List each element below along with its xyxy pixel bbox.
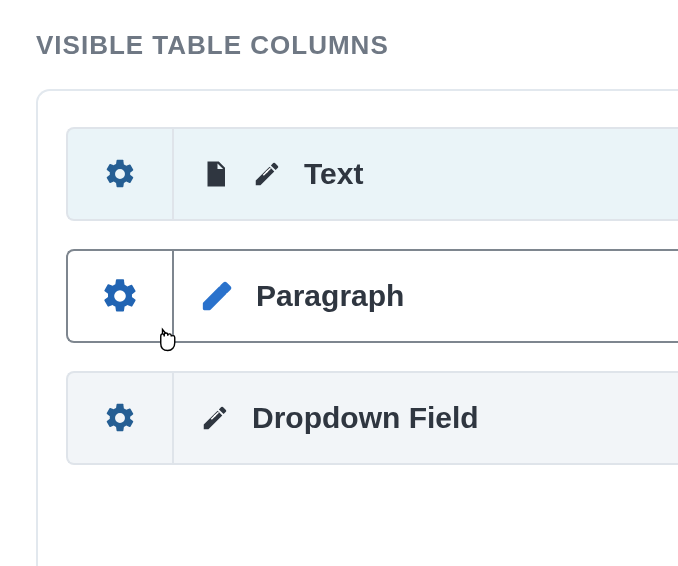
- columns-panel: Text Paragraph: [36, 89, 678, 566]
- settings-button[interactable]: [66, 127, 172, 221]
- column-content[interactable]: Dropdown Field: [172, 371, 678, 465]
- settings-button[interactable]: [66, 371, 172, 465]
- column-row-text[interactable]: Text: [66, 127, 678, 221]
- column-label: Text: [304, 157, 363, 191]
- column-content[interactable]: Paragraph: [172, 249, 678, 343]
- section-title: VISIBLE TABLE COLUMNS: [0, 0, 678, 61]
- pencil-icon: [200, 403, 230, 433]
- column-label: Paragraph: [256, 279, 404, 313]
- pencil-icon: [200, 279, 234, 313]
- column-content[interactable]: Text: [172, 127, 678, 221]
- column-row-paragraph[interactable]: Paragraph: [66, 249, 678, 343]
- column-label: Dropdown Field: [252, 401, 479, 435]
- gear-icon: [100, 276, 140, 316]
- column-row-dropdown[interactable]: Dropdown Field: [66, 371, 678, 465]
- pencil-icon: [252, 159, 282, 189]
- gear-icon: [103, 401, 137, 435]
- gear-icon: [103, 157, 137, 191]
- settings-button[interactable]: [66, 249, 172, 343]
- file-icon: [200, 157, 230, 191]
